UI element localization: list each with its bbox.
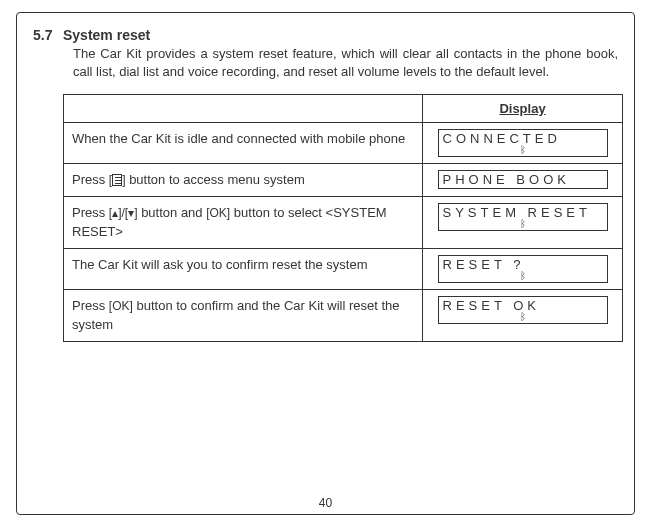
table-row: The Car Kit will ask you to confirm rese… bbox=[64, 248, 623, 289]
header-empty bbox=[64, 95, 423, 123]
step-text-segment: The Car Kit will ask you to confirm rese… bbox=[72, 257, 367, 272]
lcd: RESET ? ᛒ bbox=[438, 255, 608, 283]
step-text: When the Car Kit is idle and connected w… bbox=[64, 123, 423, 164]
step-text: The Car Kit will ask you to confirm rese… bbox=[64, 248, 423, 289]
display-cell: RESET ? ᛒ bbox=[423, 248, 623, 289]
lcd: RESET OK ᛒ bbox=[438, 296, 608, 324]
page-frame: 5.7 System reset The Car Kit provides a … bbox=[16, 12, 635, 515]
lcd: CONNECTED ᛒ bbox=[438, 129, 608, 157]
step-text-segment: button and bbox=[138, 205, 207, 220]
bluetooth-icon: ᛒ bbox=[443, 145, 603, 155]
section-number: 5.7 bbox=[33, 27, 63, 43]
bluetooth-icon: ᛒ bbox=[443, 271, 603, 281]
lcd: PHONE BOOK bbox=[438, 170, 608, 189]
section-body: The Car Kit provides a system reset feat… bbox=[73, 45, 618, 80]
table-row: When the Car Kit is idle and connected w… bbox=[64, 123, 623, 164]
display-header: Display bbox=[423, 95, 623, 123]
steps-table: Display When the Car Kit is idle and con… bbox=[63, 94, 623, 342]
bluetooth-icon: ᛒ bbox=[443, 312, 603, 322]
table-header-row: Display bbox=[64, 95, 623, 123]
step-text-segment: Press bbox=[72, 172, 109, 187]
lcd: SYSTEM RESET ᛒ bbox=[438, 203, 608, 231]
step-text-segment: button to access menu system bbox=[126, 172, 305, 187]
step-text: Press [▴]/[▾] button and [OK] button to … bbox=[64, 196, 423, 248]
display-cell: CONNECTED ᛒ bbox=[423, 123, 623, 164]
lcd-line1: PHONE BOOK bbox=[443, 172, 603, 187]
step-text: Press [] button to access menu system bbox=[64, 164, 423, 197]
step-text: Press [OK] button to confirm and the Car… bbox=[64, 289, 423, 341]
key-ok: [OK] bbox=[109, 297, 133, 315]
menu-icon bbox=[112, 174, 122, 186]
section-title: System reset bbox=[63, 27, 150, 43]
key-ok: [OK] bbox=[206, 204, 230, 222]
table-row: Press [] button to access menu system PH… bbox=[64, 164, 623, 197]
step-text-segment: When the Car Kit is idle and connected w… bbox=[72, 131, 405, 146]
display-cell: SYSTEM RESET ᛒ bbox=[423, 196, 623, 248]
step-text-segment: Press bbox=[72, 205, 109, 220]
table-row: Press [OK] button to confirm and the Car… bbox=[64, 289, 623, 341]
key-up-down: [▴]/[▾] bbox=[109, 204, 138, 222]
step-text-segment: Press bbox=[72, 298, 109, 313]
section-heading: 5.7 System reset bbox=[33, 27, 618, 43]
page-number: 40 bbox=[17, 496, 634, 510]
table-row: Press [▴]/[▾] button and [OK] button to … bbox=[64, 196, 623, 248]
display-cell: RESET OK ᛒ bbox=[423, 289, 623, 341]
bluetooth-icon: ᛒ bbox=[443, 219, 603, 229]
display-cell: PHONE BOOK bbox=[423, 164, 623, 197]
